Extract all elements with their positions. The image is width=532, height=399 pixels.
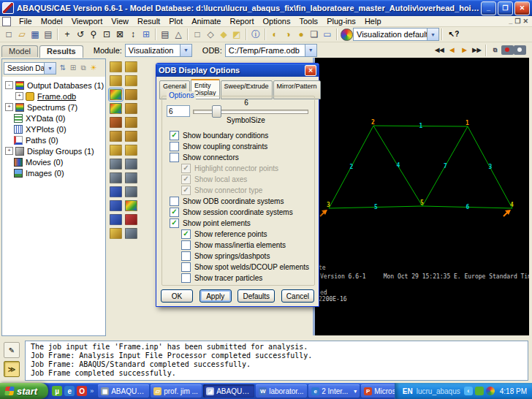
internet-explorer-icon[interactable]: e — [64, 386, 75, 396]
views-table-icon[interactable]: ⊞ — [140, 28, 153, 41]
wireframe-cube-icon[interactable]: □ — [191, 28, 204, 41]
expander-icon[interactable]: + — [15, 92, 23, 100]
checkbox-show-connector-type[interactable]: ✓Show connector type — [181, 185, 311, 196]
print-icon[interactable]: ▤ — [42, 28, 55, 41]
tree-item-display-groups-1[interactable]: +Display Groups (1) — [2, 145, 105, 156]
chevron-down-icon[interactable]: ▼ — [44, 63, 56, 74]
common-plot-options-icon[interactable] — [110, 89, 122, 100]
menu-file[interactable]: File — [15, 17, 37, 26]
view-cut-options-icon[interactable] — [125, 228, 137, 239]
animation-options-icon[interactable]: ⧉ — [489, 44, 501, 56]
filled-cube-icon[interactable]: ◩ — [230, 28, 243, 41]
task-folder-prof-jim[interactable]: ▱prof. jim ... — [151, 384, 202, 398]
tree-item-movies-0[interactable]: Movies (0) — [2, 156, 105, 167]
menu-plug-ins[interactable]: Plug-ins — [322, 17, 360, 26]
plot-undeformed-icon[interactable] — [110, 61, 122, 72]
tree-item-xyplots-0[interactable]: XYPlots (0) — [2, 123, 105, 134]
language-indicator[interactable]: EN — [403, 387, 413, 395]
menu-plot[interactable]: Plot — [164, 17, 187, 26]
odb-options-icon[interactable] — [125, 145, 137, 156]
pan-icon[interactable]: + — [61, 28, 74, 41]
expander-icon[interactable]: - — [5, 81, 13, 89]
symbol-size-slider[interactable] — [193, 110, 308, 114]
mdi-restore-button[interactable]: ❐ — [514, 18, 520, 25]
checkbox-box[interactable] — [170, 153, 179, 162]
plot-contours-icon[interactable] — [110, 75, 122, 86]
slider-thumb[interactable] — [212, 105, 221, 118]
superimpose-icon[interactable]: ◐ — [268, 28, 281, 41]
opera-tray-icon[interactable] — [486, 387, 495, 395]
orientation-options-icon[interactable] — [125, 131, 137, 142]
checkbox-show-coupling-constraints[interactable]: Show coupling constraints — [170, 141, 311, 152]
tip-lightbulb-icon[interactable]: ☀ — [88, 64, 99, 72]
module-combo[interactable]: Visualization ▼ — [125, 44, 192, 57]
xy-plot-icon[interactable] — [110, 200, 122, 211]
shaded-cube-icon[interactable]: ◆ — [217, 28, 230, 41]
task-abaqus-command[interactable]: ▦ABAQUS ... — [98, 384, 149, 398]
command-line-icon[interactable]: ≫ — [4, 361, 20, 377]
checkbox-show-tracer-particles[interactable]: Show tracer particles — [181, 273, 311, 284]
animate-harmonic-icon[interactable] — [110, 172, 122, 183]
field-output-icon[interactable]: ⧉ — [78, 64, 88, 72]
odb-combo[interactable]: C:/Temp/Frame.odb ▼ — [225, 44, 317, 57]
save-icon[interactable]: ▦ — [28, 28, 42, 41]
task-ie-group[interactable]: e2 Inter...▾ — [308, 384, 360, 398]
checkbox-box[interactable] — [181, 251, 191, 261]
zoom-region-icon[interactable]: ⊡ — [100, 28, 113, 41]
menu-viewport[interactable]: Viewport — [67, 17, 107, 26]
tree-item-paths-0[interactable]: Paths (0) — [2, 134, 105, 145]
checkbox-box[interactable]: ✓ — [170, 208, 179, 217]
chevron-down-icon[interactable]: ▼ — [427, 28, 438, 40]
plot-deformed-icon[interactable] — [125, 61, 137, 72]
xy-options-icon[interactable] — [125, 186, 137, 197]
next-frame-button[interactable]: ▶ — [458, 44, 471, 56]
expander-icon[interactable]: + — [5, 103, 13, 111]
checkbox-show-reference-points[interactable]: ✓Show reference points — [181, 229, 311, 240]
hiddenline-cube-icon[interactable]: ◇ — [204, 28, 217, 41]
checkbox-box[interactable] — [181, 273, 191, 283]
checkbox-box[interactable]: ✓ — [181, 229, 191, 239]
frame-selector-icon[interactable]: ⊞ — [68, 64, 78, 72]
menu-report[interactable]: Report — [225, 17, 258, 26]
start-button[interactable]: start — [0, 383, 48, 399]
menu-result[interactable]: Result — [133, 17, 164, 26]
ok-button[interactable]: OK — [161, 289, 193, 303]
contour-options-icon[interactable] — [125, 103, 137, 114]
checkbox-show-point-elements[interactable]: ✓Show point elements — [170, 218, 311, 229]
previous-frame-button[interactable]: ◀ — [446, 44, 458, 56]
quick-launch-overflow[interactable]: » — [90, 387, 94, 395]
query-info-icon[interactable]: ⓘ — [249, 28, 262, 41]
checkbox-show-springs-dashpots[interactable]: Show springs/dashpots — [181, 251, 311, 262]
probe-values-icon[interactable] — [125, 214, 137, 225]
checkbox-box[interactable] — [170, 142, 179, 151]
material-orientation-icon[interactable] — [110, 131, 122, 142]
viewport-monitor-icon[interactable]: ▭ — [321, 28, 334, 41]
first-frame-button[interactable]: ◀◀ — [433, 44, 446, 56]
tree-item-frame-odb[interactable]: +Frame.odb — [2, 91, 105, 102]
chevron-down-icon[interactable]: ▼ — [305, 45, 316, 56]
defaults-button[interactable]: Defaults — [238, 289, 275, 303]
menu-view[interactable]: View — [107, 17, 133, 26]
minimize-button[interactable]: _ — [481, 1, 496, 15]
checkbox-show-mass-inertia-elements[interactable]: Show mass/inertia elements — [181, 240, 311, 251]
checkbox-box[interactable]: ✓ — [181, 186, 191, 195]
menu-animate[interactable]: Animate — [187, 17, 225, 26]
view-cut-icon[interactable] — [110, 228, 122, 239]
contour-plot-icon[interactable] — [110, 103, 122, 114]
checkbox-show-odb-coordinate-systems[interactable]: Show ODB coordinate systems — [170, 196, 311, 207]
superimpose-options-icon[interactable] — [125, 89, 137, 100]
checkbox-box[interactable]: ✓ — [170, 131, 179, 140]
mdi-minimize-button[interactable]: _ — [509, 18, 512, 25]
visualization-defaults-combo[interactable]: Visualization defaults▼ — [353, 28, 439, 41]
task-word-laborator[interactable]: Wlaborator... — [256, 384, 307, 398]
render-stack-icon[interactable]: ▤ — [159, 28, 172, 41]
checkbox-show-session-coordinate-systems[interactable]: ✓Show session coordinate systems — [170, 207, 311, 218]
checkbox-box[interactable] — [170, 197, 179, 206]
symbol-size-input[interactable] — [167, 105, 190, 117]
session-data-combo[interactable]: Session Data ▼ — [4, 62, 56, 75]
restore-button[interactable]: ❐ — [498, 1, 513, 15]
message-area[interactable]: The job input file 'Frame.inp' has been … — [25, 341, 528, 381]
animation-options-icon[interactable] — [125, 172, 137, 183]
symbol-options-icon[interactable] — [125, 117, 137, 128]
tree-item-output-databases-1[interactable]: -Output Databases (1) — [2, 80, 105, 91]
